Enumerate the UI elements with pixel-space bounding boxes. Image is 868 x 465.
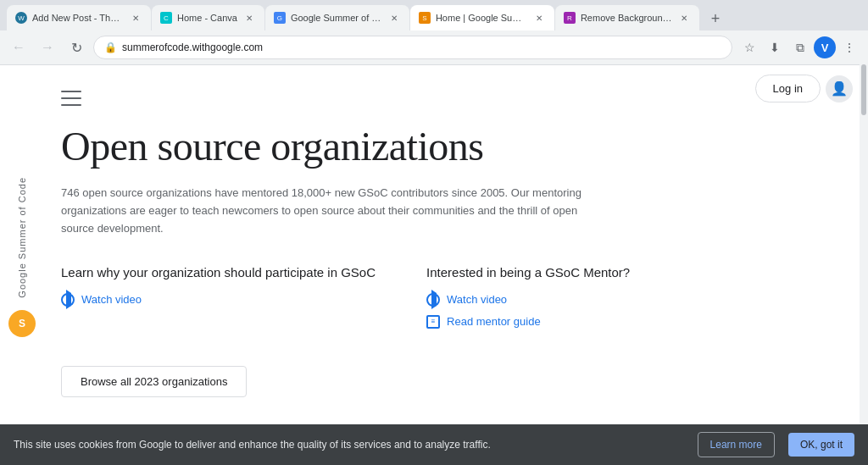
- bookmark-icon[interactable]: ☆: [737, 36, 761, 59]
- tab-title-canva: Home - Canva: [177, 13, 237, 23]
- col2-play-triangle: [431, 293, 437, 306]
- col1-play-triangle: [65, 293, 71, 306]
- cookie-text: This site uses cookies from Google to de…: [14, 439, 684, 451]
- gsoc-badge: S: [8, 310, 36, 337]
- main-content: Open source organizations 746 open sourc…: [44, 65, 860, 465]
- col2-section: Interested in being a GSoC Mentor? Watch…: [426, 263, 630, 337]
- reload-button[interactable]: ↻: [64, 36, 88, 59]
- login-area: Log in 👤: [755, 64, 853, 102]
- col2-link2-label: Read mentor guide: [447, 315, 541, 328]
- tab-close-gsoc-home[interactable]: ✕: [532, 11, 546, 25]
- back-button[interactable]: ←: [7, 36, 31, 59]
- lock-icon: 🔒: [104, 42, 117, 53]
- hamburger-line3: [61, 104, 81, 106]
- hamburger-line1: [61, 91, 81, 92]
- col2-heading: Interested in being a GSoC Mentor?: [426, 263, 630, 281]
- address-text: summerofcode.withgoogle.com: [122, 42, 263, 53]
- tab-title-gsoc-home: Home | Google Summer of Cod...: [436, 13, 527, 23]
- tab-title-removebg: Remove Background from Ima...: [581, 13, 672, 23]
- tab-title-gsoc2024: Google Summer of Code 2024: [291, 13, 382, 23]
- two-col-section: Learn why your organization should parti…: [61, 263, 826, 337]
- hamburger-line2: [61, 97, 81, 99]
- tab-gsoc2024[interactable]: G Google Summer of Code 2024 ✕: [265, 5, 409, 30]
- tab-close-canva[interactable]: ✕: [242, 11, 256, 25]
- cookie-learn-more-button[interactable]: Learn more: [698, 432, 775, 457]
- menu-icon[interactable]: ⋮: [837, 36, 861, 59]
- col1-heading: Learn why your organization should parti…: [61, 263, 376, 281]
- new-tab-button[interactable]: +: [704, 7, 727, 30]
- tab-favicon-removebg: R: [564, 12, 576, 24]
- col2-watch-video-link[interactable]: Watch video: [426, 293, 630, 307]
- tab-wp[interactable]: W Add New Post - TheNewViews - ✕: [7, 5, 151, 30]
- address-bar[interactable]: 🔒 summerofcode.withgoogle.com: [93, 36, 732, 59]
- tab-favicon-gsoc2024: G: [274, 12, 286, 24]
- col1-section: Learn why your organization should parti…: [61, 263, 376, 337]
- tab-favicon-wp: W: [15, 12, 27, 24]
- tab-canva[interactable]: C Home - Canva ✕: [152, 5, 264, 30]
- side-panel: Google Summer of Code S: [0, 65, 44, 465]
- col2-read-guide-link[interactable]: ≡ Read mentor guide: [426, 315, 630, 329]
- page-wrapper: Google Summer of Code S Open source orga…: [0, 65, 860, 465]
- login-button[interactable]: Log in: [755, 75, 821, 102]
- browse-organizations-button[interactable]: Browse all 2023 organizations: [61, 366, 247, 397]
- col2-play-icon: [426, 293, 440, 307]
- scrollbar-thumb[interactable]: [861, 64, 866, 115]
- user-icon: 👤: [826, 75, 853, 102]
- tab-favicon-gsoc-home: S: [419, 12, 431, 24]
- profile-avatar[interactable]: V: [814, 36, 836, 58]
- tab-removebg[interactable]: R Remove Background from Ima... ✕: [555, 5, 699, 30]
- page-description: 746 open source organizations have mento…: [61, 185, 604, 237]
- tab-gsoc-home[interactable]: S Home | Google Summer of Cod... ✕: [410, 5, 554, 30]
- col1-watch-video-link[interactable]: Watch video: [61, 293, 376, 307]
- scrollbar[interactable]: [860, 64, 868, 465]
- tab-close-removebg[interactable]: ✕: [677, 11, 691, 25]
- tab-close-gsoc2024[interactable]: ✕: [387, 11, 401, 25]
- col2-doc-icon: ≡: [426, 315, 440, 329]
- page-title: Open source organizations: [61, 123, 826, 169]
- split-screen-icon[interactable]: ⧉: [788, 36, 812, 59]
- side-rotated-text: Google Summer of Code: [17, 177, 27, 298]
- tab-close-wp[interactable]: ✕: [129, 11, 142, 25]
- tab-favicon-canva: C: [160, 12, 172, 24]
- cookie-banner: This site uses cookies from Google to de…: [0, 424, 868, 465]
- download-icon[interactable]: ⬇: [763, 36, 787, 59]
- cookie-ok-button[interactable]: OK, got it: [788, 433, 854, 457]
- col2-link1-label: Watch video: [447, 293, 507, 306]
- col1-link-label: Watch video: [81, 293, 142, 306]
- hamburger-menu[interactable]: [61, 91, 81, 106]
- col1-play-icon: [61, 293, 75, 307]
- tab-title-wp: Add New Post - TheNewViews -: [32, 13, 124, 23]
- forward-button[interactable]: →: [36, 36, 59, 59]
